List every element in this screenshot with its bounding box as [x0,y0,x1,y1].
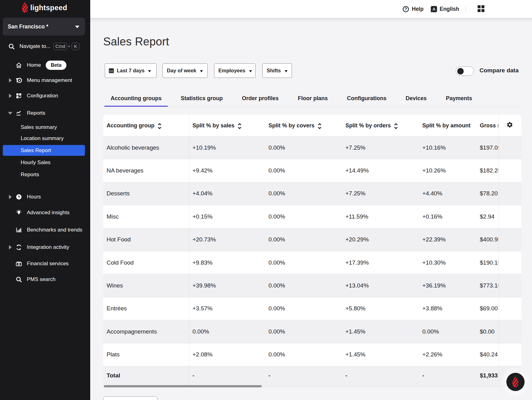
svg-text:?: ? [404,6,407,11]
svg-text:A: A [433,7,436,11]
